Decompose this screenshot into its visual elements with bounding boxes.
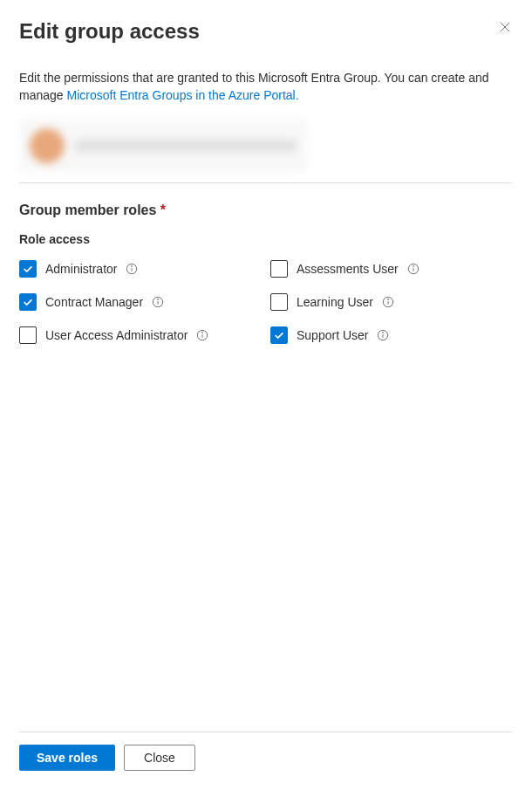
role-item-learning-user: Learning User bbox=[270, 293, 513, 311]
info-icon[interactable] bbox=[382, 296, 394, 308]
role-item-administrator: Administrator bbox=[19, 260, 262, 278]
divider bbox=[19, 182, 513, 183]
page-title: Edit group access bbox=[19, 19, 200, 44]
checkbox-learning-user[interactable] bbox=[270, 293, 288, 311]
group-name-placeholder bbox=[75, 140, 297, 152]
svg-point-10 bbox=[158, 299, 159, 300]
footer: Save roles Close bbox=[19, 732, 513, 771]
role-label: Learning User bbox=[297, 295, 373, 309]
info-icon[interactable] bbox=[377, 329, 389, 341]
svg-point-19 bbox=[383, 333, 384, 333]
svg-point-16 bbox=[202, 333, 203, 333]
role-label: Administrator bbox=[45, 262, 117, 276]
role-item-support-user: Support User bbox=[270, 326, 513, 344]
info-icon[interactable] bbox=[196, 329, 208, 341]
svg-point-4 bbox=[132, 266, 133, 267]
svg-point-13 bbox=[388, 299, 389, 300]
role-item-user-access-administrator: User Access Administrator bbox=[19, 326, 262, 344]
checkbox-support-user[interactable] bbox=[270, 326, 288, 344]
info-icon[interactable] bbox=[407, 263, 419, 275]
roles-grid: Administrator Assessments User Contract … bbox=[19, 260, 513, 344]
save-roles-button[interactable]: Save roles bbox=[19, 745, 115, 771]
role-item-assessments-user: Assessments User bbox=[270, 260, 513, 278]
role-item-contract-manager: Contract Manager bbox=[19, 293, 262, 311]
subsection-title: Role access bbox=[19, 232, 513, 246]
close-button[interactable]: Close bbox=[124, 745, 195, 771]
checkbox-contract-manager[interactable] bbox=[19, 293, 37, 311]
role-label: User Access Administrator bbox=[45, 328, 188, 342]
required-indicator: * bbox=[160, 203, 166, 217]
info-icon[interactable] bbox=[152, 296, 164, 308]
section-title: Group member roles * bbox=[19, 203, 513, 218]
role-label: Assessments User bbox=[297, 262, 399, 276]
description-text: Edit the permissions that are granted to… bbox=[19, 70, 513, 104]
role-label: Contract Manager bbox=[45, 295, 143, 309]
close-icon[interactable] bbox=[497, 19, 513, 35]
info-icon[interactable] bbox=[126, 263, 138, 275]
group-preview bbox=[19, 120, 307, 172]
role-label: Support User bbox=[297, 328, 368, 342]
group-avatar bbox=[30, 128, 65, 163]
svg-point-7 bbox=[413, 266, 413, 267]
checkbox-assessments-user[interactable] bbox=[270, 260, 288, 278]
footer-divider bbox=[19, 732, 513, 732]
checkbox-user-access-administrator[interactable] bbox=[19, 326, 37, 344]
azure-portal-link[interactable]: Microsoft Entra Groups in the Azure Port… bbox=[66, 88, 298, 102]
checkbox-administrator[interactable] bbox=[19, 260, 37, 278]
